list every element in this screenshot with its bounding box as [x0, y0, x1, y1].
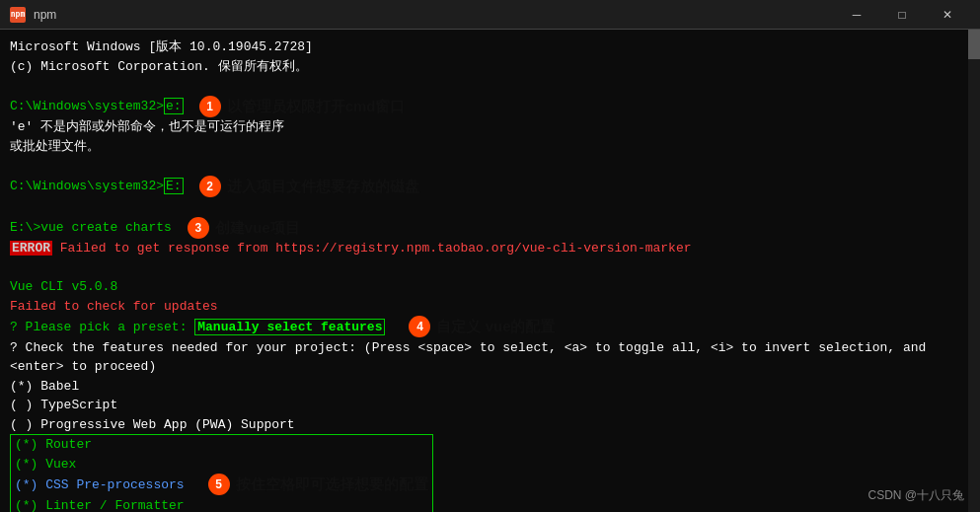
npm-icon: npm [10, 7, 26, 23]
watermark: CSDN @十八只兔 [867, 486, 964, 504]
close-button[interactable]: ✕ [925, 0, 970, 30]
line-blank2 [10, 197, 970, 217]
feature-css-row: (*) CSS Pre-processors 5 按住空格即可选择想要的配置 [15, 474, 428, 496]
line-13: Vue CLI v5.0.8 [10, 277, 970, 297]
anno-text-3: 创建vue项目 [215, 217, 300, 240]
anno-circle-5: 5 [208, 474, 230, 495]
title-bar: npm npm ─ □ ✕ [0, 0, 980, 30]
line-14: Failed to check for updates [10, 297, 970, 317]
line-blank3 [10, 258, 970, 278]
title-bar-left: npm npm [10, 7, 56, 23]
scrollbar[interactable] [968, 30, 980, 512]
line-8-row: C:\Windows\system32>E: 2 进入项目文件想要存放的磁盘 [10, 176, 970, 198]
line-7 [10, 156, 970, 176]
line-10: E:\>vue create charts [10, 218, 172, 238]
line-11: ERROR Failed to get response from https:… [10, 239, 970, 258]
terminal-area[interactable]: Microsoft Windows [版本 10.0.19045.2728] (… [0, 30, 980, 512]
annotation-3: 3 创建vue项目 [188, 217, 300, 240]
anno-circle-2: 2 [199, 176, 221, 197]
line-3 [10, 76, 970, 96]
line-5: 'e' 不是内部或外部命令，也不是可运行的程序 [10, 117, 970, 137]
scrollbar-thumb[interactable] [968, 30, 980, 59]
feature-babel: (*) Babel [10, 377, 970, 397]
selected-features-box: (*) Router (*) Vuex (*) CSS Pre-processo… [10, 434, 433, 512]
line-1: Microsoft Windows [版本 10.0.19045.2728] [10, 37, 970, 57]
anno-text-5: 按住空格即可选择想要的配置 [236, 474, 428, 496]
feature-vuex: (*) Vuex [15, 455, 428, 475]
line-15-row: ? Please pick a preset: Manually select … [10, 316, 970, 338]
minimize-button[interactable]: ─ [834, 0, 879, 30]
line-10-row: E:\>vue create charts 3 创建vue项目 [10, 217, 970, 240]
maximize-button[interactable]: □ [879, 0, 925, 30]
line-15: ? Please pick a preset: Manually select … [10, 318, 385, 337]
feature-pwa: ( ) Progressive Web App (PWA) Support [10, 415, 970, 435]
line-4-row: C:\Windows\system32>e: 1 以管理员权限打开cmd窗口 [10, 96, 970, 118]
anno-circle-3: 3 [188, 217, 209, 239]
feature-linter: (*) Linter / Formatter [15, 496, 428, 513]
feature-router: (*) Router [15, 435, 428, 455]
feature-typescript: ( ) TypeScript [10, 396, 970, 415]
feature-css: (*) CSS Pre-processors [15, 475, 185, 495]
line-8: C:\Windows\system32>E: [10, 177, 184, 196]
anno-text-1: 以管理员权限打开cmd窗口 [227, 96, 406, 118]
anno-text-2: 进入项目文件想要存放的磁盘 [227, 176, 419, 198]
window-title: npm [34, 8, 56, 22]
anno-text-4: 自定义 vue的配置 [436, 316, 555, 338]
annotation-5: 5 按住空格即可选择想要的配置 [208, 474, 428, 496]
line-2: (c) Microsoft Corporation. 保留所有权利。 [10, 57, 970, 77]
anno-circle-4: 4 [409, 316, 430, 337]
line-17: <enter> to proceed) [10, 357, 970, 377]
line-4: C:\Windows\system32>e: [10, 97, 184, 116]
window-controls: ─ □ ✕ [834, 0, 970, 30]
annotation-4: 4 自定义 vue的配置 [409, 316, 555, 338]
line-6: 或批处理文件。 [10, 137, 970, 157]
annotation-2: 2 进入项目文件想要存放的磁盘 [199, 176, 419, 198]
annotation-1: 1 以管理员权限打开cmd窗口 [199, 96, 406, 118]
anno-circle-1: 1 [199, 96, 221, 117]
line-16: ? Check the features needed for your pro… [10, 338, 970, 358]
